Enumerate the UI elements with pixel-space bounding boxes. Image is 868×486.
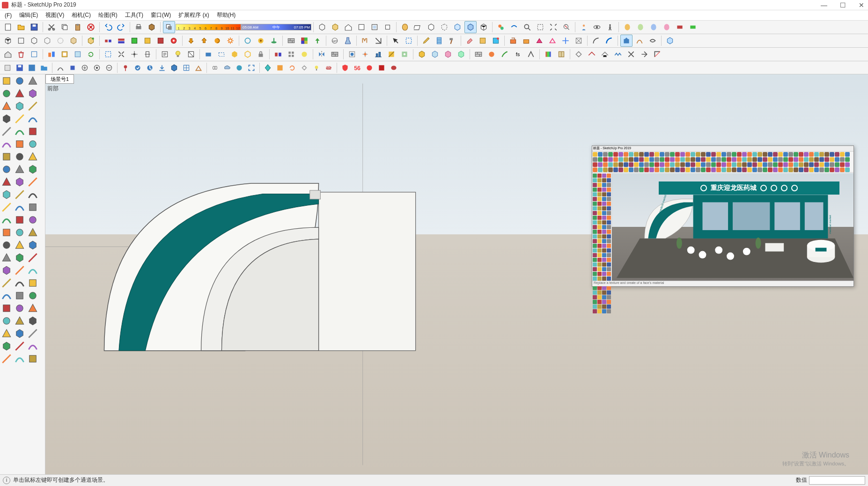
tool-button[interactable] [316,21,328,33]
tool-button[interactable]: fs [512,48,524,60]
refresh-icon[interactable] [85,48,97,60]
side-tool-button[interactable] [26,175,39,188]
side-tool-button[interactable] [13,150,26,163]
tool-button[interactable] [425,21,437,33]
cut-button[interactable] [45,21,58,33]
tool-button[interactable] [560,21,573,33]
tool-button[interactable] [546,35,559,47]
tool-button[interactable] [144,62,155,73]
side-tool-button[interactable] [13,302,26,314]
side-tool-button[interactable] [26,302,39,314]
tool-button[interactable] [67,35,80,47]
tool-button[interactable] [599,48,611,60]
side-tool-button[interactable] [0,276,13,289]
side-tool-button[interactable] [26,352,39,365]
lock-icon[interactable] [255,48,267,60]
paste-button[interactable] [72,21,84,33]
arc-icon[interactable] [590,35,602,47]
side-tool-button[interactable] [0,138,13,150]
tool-button[interactable] [455,48,467,60]
tool-button[interactable] [359,35,371,47]
tool-button[interactable] [382,21,394,33]
time-slider[interactable]: 05:08 AM 中午 07:05 PM [241,24,311,30]
tool-button[interactable] [355,21,368,33]
tool-button[interactable] [85,35,97,47]
side-tool-button[interactable] [0,340,13,352]
menu-file[interactable]: (F) [2,11,15,20]
grid-icon[interactable] [181,62,192,73]
shadow-toggle-button[interactable] [163,21,175,33]
side-tool-button[interactable] [26,100,39,112]
cloud-icon[interactable] [221,62,233,73]
side-tool-button[interactable] [13,213,26,226]
tool-button[interactable] [72,48,84,60]
side-tool-button[interactable] [0,188,13,201]
menu-help[interactable]: 帮助(H) [214,10,239,20]
tool-button[interactable] [525,48,537,60]
gear-small-icon[interactable] [299,62,310,73]
diamond-icon[interactable] [262,62,273,73]
tool-button[interactable]: 56 [352,62,363,73]
side-tool-button[interactable] [0,175,13,188]
side-tool-button[interactable] [0,239,13,251]
side-tool-button[interactable] [0,213,13,226]
tool-button[interactable] [508,21,520,33]
tool-button[interactable] [359,48,371,60]
side-tool-button[interactable] [13,112,26,125]
tool-button[interactable] [412,21,424,33]
delete-button[interactable] [85,21,97,33]
save-button[interactable] [28,21,40,33]
side-tool-button[interactable] [13,340,26,352]
tool-button[interactable] [451,21,463,33]
side-tool-button[interactable] [0,352,13,365]
tool-button[interactable] [185,48,197,60]
tool-button[interactable] [533,35,545,47]
cube-icon[interactable] [2,35,14,47]
badge-icon[interactable]: RBC [323,62,334,73]
tool-button[interactable] [329,48,341,60]
tool-button[interactable] [647,35,659,47]
tool-button[interactable] [285,48,297,60]
side-tool-button[interactable] [13,314,26,327]
tool-button[interactable] [215,48,228,60]
tool-button[interactable] [398,48,411,60]
tool-button[interactable] [185,35,197,47]
tool-button[interactable] [102,35,114,47]
cube-icon[interactable] [169,62,180,73]
menu-extensions[interactable]: 扩展程序 (x) [176,10,212,20]
month-slider[interactable]: 123456789101112 [176,24,241,30]
tool-button[interactable] [621,21,633,33]
tool-button[interactable] [442,48,454,60]
tool-button[interactable] [364,62,375,73]
side-tool-button[interactable] [26,213,39,226]
side-tool-button[interactable] [26,264,39,276]
tool-button[interactable] [403,35,415,47]
text-icon[interactable] [159,48,171,60]
tool-button[interactable] [376,62,387,73]
save-icon[interactable] [14,62,25,73]
tool-button[interactable] [625,48,637,60]
rectangle-icon[interactable] [202,48,214,60]
open-file-button[interactable] [15,21,27,33]
tool-button[interactable] [26,62,37,73]
side-tool-button[interactable] [13,201,26,213]
house-icon[interactable] [342,21,354,33]
circle-plus-icon[interactable] [79,62,90,73]
side-tool-button[interactable] [0,226,13,239]
lightbulb-icon[interactable] [172,48,184,60]
side-tool-button[interactable] [26,188,39,201]
menu-edit[interactable]: 编辑(E) [16,10,41,20]
side-tool-button[interactable] [0,251,13,264]
select-icon[interactable] [390,35,402,47]
close-button[interactable]: ✕ [857,1,866,9]
tool-button[interactable] [255,35,267,47]
tool-button[interactable] [268,35,280,47]
side-tool-button[interactable] [13,327,26,340]
side-tool-button[interactable] [0,100,13,112]
side-tool-button[interactable] [13,352,26,365]
chain-icon[interactable] [209,62,221,73]
tool-button[interactable] [198,35,210,47]
tool-button[interactable]: lum [329,35,341,47]
tool-button[interactable] [272,48,284,60]
circle-dot-icon[interactable] [91,62,103,73]
